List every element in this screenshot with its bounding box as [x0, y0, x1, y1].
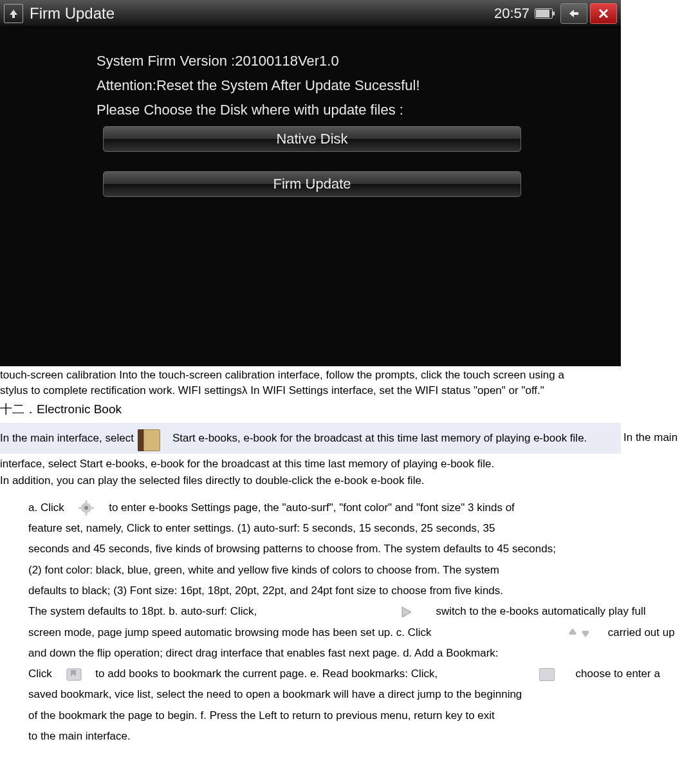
e-text-3: saved bookmark, vice list, select the ne… [28, 684, 700, 705]
b-text-2: switch to the e-books automatically play… [436, 605, 645, 617]
highlight-row: In the main interface, select Start e-bo… [0, 423, 621, 454]
read-bookmark-icon [539, 668, 555, 681]
c-text-2: carried out up [608, 626, 675, 639]
c-text-1: screen mode, page jump speed automatic b… [28, 626, 432, 639]
play-icon [398, 604, 414, 620]
svg-point-1 [84, 506, 88, 510]
up-down-arrows-icon [566, 625, 592, 640]
screen-body: System Firm Version :20100118Ver1.0 Atte… [0, 27, 621, 197]
native-disk-button[interactable]: Native Disk [103, 126, 521, 152]
a-text-4: (2) font color: black, blue, green, whit… [28, 560, 700, 581]
clock: 20:57 [494, 5, 530, 22]
para2: interface, select Start e-books, e-book … [0, 456, 700, 472]
close-button[interactable] [590, 3, 617, 24]
status-bar: Firm Update 20:57 [0, 0, 621, 27]
d-text: and down the flip operation; direct drag… [28, 643, 700, 664]
firmware-update-screen: Firm Update 20:57 System Firm Version :2… [0, 0, 621, 366]
trail-text: In the main [623, 430, 677, 445]
para3: In addition, you can play the selected f… [0, 473, 700, 489]
ebook-icon [138, 425, 169, 451]
d-click-label: Click [28, 667, 52, 680]
document-body: touch-screen calibration Into the touch-… [0, 366, 700, 748]
f-text-1: of the bookmark the page to begin. f. Pr… [28, 705, 700, 726]
e-text-2: choose to enter a [576, 667, 660, 680]
attention-text: Attention:Reset the System After Update … [97, 77, 595, 94]
a-text-2: feature set, namely, Click to enter sett… [28, 518, 700, 539]
battery-icon [535, 8, 553, 19]
highlight-post-text: Start e-books, e-book for the broadcast … [172, 431, 587, 446]
up-icon[interactable] [4, 4, 23, 23]
calibration-paragraph: touch-screen calibration Into the touch-… [0, 368, 592, 398]
b-text-1: The system defaults to 18pt. b. auto-sur… [28, 605, 257, 617]
instructions-block: a. Click to enter e-books Settings page,… [0, 498, 700, 747]
f-text-2: to the main interface. [28, 726, 700, 747]
gear-icon [77, 500, 95, 516]
screen-title: Firm Update [30, 5, 494, 23]
add-bookmark-icon [66, 667, 82, 682]
section-heading: 十二．Electronic Book [0, 401, 700, 418]
a-text-3: seconds and 45 seconds, five kinds of br… [28, 539, 700, 559]
a-click-label: a. Click [28, 501, 64, 514]
firm-version-text: System Firm Version :20100118Ver1.0 [97, 53, 595, 70]
a-text-5: defaults to black; (3) Font size: 16pt, … [28, 581, 700, 601]
firm-update-button[interactable]: Firm Update [103, 171, 521, 197]
a-text-1: to enter e-books Settings page, the "aut… [109, 501, 515, 514]
back-button[interactable] [560, 3, 587, 24]
choose-disk-text: Please Choose the Disk where with update… [97, 102, 595, 118]
highlight-pre-text: In the main interface, select [0, 431, 134, 446]
e-text-1: to add books to bookmark the current pag… [95, 667, 438, 680]
